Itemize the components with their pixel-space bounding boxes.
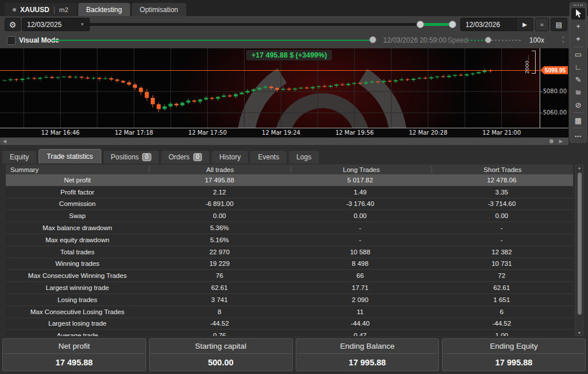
chart-h-scrollbar[interactable]: ◀ ▶ [0, 138, 568, 145]
card-value: 17 495.88 [3, 358, 146, 367]
table-row[interactable]: Max Consecutive Losing Trades8116 [6, 306, 573, 318]
time-axis[interactable]: ⋮ 12 Mar 16:4612 Mar 17:1812 Mar 17:5012… [0, 128, 568, 138]
value-cell: 0.00 [430, 212, 573, 219]
results-tab-bar: EquityTrade statisticsPositions0Orders0H… [2, 148, 586, 163]
tab-equity[interactable]: Equity [2, 151, 36, 163]
metric-label: Largest losing trade [6, 320, 149, 327]
crosshair-tool-icon[interactable]: + [571, 21, 585, 32]
table-row[interactable]: Winning trades19 2298 49810 731 [6, 258, 573, 270]
value-cell: -6 891.00 [149, 200, 290, 207]
table-row[interactable]: Profit factor2.121.493.35 [6, 186, 573, 199]
metric-label: Largest winning trade [6, 284, 149, 291]
grid-tool-icon[interactable]: ▦ [571, 115, 585, 126]
pointer-tool-icon[interactable] [571, 8, 585, 20]
tab-label: Trade statistics [47, 152, 93, 161]
play-button[interactable]: ▶ [516, 18, 533, 31]
value-cell: 2 090 [290, 296, 430, 303]
value-cell: 6 [430, 308, 573, 315]
polyline-tool-icon[interactable]: ∟ [571, 62, 585, 73]
playback-handle[interactable] [369, 36, 376, 43]
metric-label: Net profit [6, 177, 149, 184]
metric-label: Max Consecutive Winning Trades [6, 272, 149, 279]
tab-label: Logs [296, 153, 311, 161]
patterns-tool-icon[interactable]: ≋ [571, 86, 585, 98]
symbol-separator: | [54, 6, 55, 14]
report-button[interactable]: ▤ [551, 18, 567, 31]
table-row[interactable]: Max balance drawdown5.36%-- [6, 222, 573, 234]
scroll-right-icon[interactable]: ▶ [559, 139, 563, 144]
scroll-up-icon[interactable]: ▲ [576, 166, 583, 170]
count-badge: 0 [142, 153, 151, 161]
value-cell: 0.00 [149, 212, 290, 219]
price-tick-label: 5080.00 [543, 88, 567, 94]
start-date-value: 12/03/2025 [27, 21, 62, 29]
tab-events[interactable]: Events [250, 151, 287, 163]
card-value: 500.00 [150, 358, 292, 367]
price-axis[interactable]: 5099.95 5080.005060.00 [540, 48, 568, 128]
table-row[interactable]: Losing trades3 7412 0901 651 [6, 294, 573, 306]
summary-card-net-profit: Net profit17 495.88 [2, 338, 146, 371]
tab-label: History [219, 153, 240, 161]
table-row[interactable]: Max equity drawdown5.16%-- [6, 234, 573, 246]
table-row[interactable]: Largest losing trade-44.52-44.40-44.52 [6, 318, 573, 330]
value-cell: 5.36% [149, 224, 290, 231]
tab-trade-statistics[interactable]: Trade statistics [39, 149, 101, 163]
tool-divider [573, 112, 583, 113]
more-tools-icon[interactable]: ••• [571, 130, 585, 142]
table-row[interactable]: Commission-6 891.00-3 176.40-3 714.60 [6, 199, 573, 211]
metric-label: Max balance drawdown [6, 224, 149, 231]
value-cell: 3 741 [149, 296, 290, 303]
tab-backtesting[interactable]: Backtesting [78, 3, 130, 16]
settings-button[interactable]: ⚙ [5, 18, 21, 31]
speed-spinner[interactable]: ▲▼ [562, 35, 565, 45]
speed-track-right [491, 40, 521, 41]
scroll-thumb[interactable] [578, 173, 582, 315]
range-start-handle[interactable] [417, 21, 424, 28]
scroll-down-icon[interactable]: ▼ [576, 331, 583, 335]
table-row[interactable]: Largest winning trade62.6117.7162.61 [6, 282, 573, 294]
value-cell: 0.00 [290, 212, 430, 219]
tab-positions[interactable]: Positions0 [104, 151, 159, 163]
column-header: Long Trades [291, 166, 432, 173]
time-tick-label: 12 Mar 19:24 [262, 129, 300, 136]
results-panel: EquityTrade statisticsPositions0Orders0H… [0, 145, 588, 374]
table-row[interactable]: Swap0.000.000.00 [6, 210, 573, 222]
eraser-tool-icon[interactable]: ⊘ [571, 99, 585, 110]
value-cell: -44.52 [149, 320, 290, 327]
visual-mode-checkbox[interactable] [7, 36, 16, 45]
price-tick-label: 5060.00 [543, 109, 567, 116]
table-v-scrollbar[interactable]: ▲ ▼ [575, 165, 583, 336]
dot-crosshair-tool-icon[interactable]: ⌖ [571, 33, 585, 45]
time-tick-label: 12 Mar 19:56 [335, 129, 374, 136]
table-row[interactable]: Average trade0.760.471.00 [6, 330, 573, 336]
value-cell: 22 970 [149, 249, 290, 255]
tab-optimisation[interactable]: Optimisation [132, 3, 186, 16]
table-row[interactable]: Total trades22 97010 58812 382 [6, 246, 573, 258]
measure-label: 2000... [524, 51, 530, 74]
scroll-dot-icon[interactable] [549, 139, 553, 143]
current-price-line [0, 70, 540, 71]
tab-label: Equity [10, 153, 29, 161]
start-date-select[interactable]: 12/03/2025 ▼ [22, 18, 90, 31]
value-cell: - [430, 224, 573, 231]
table-row[interactable]: Net profit17 495.885 017.8212 478.06 [6, 174, 573, 186]
time-tick-label: 12 Mar 17:18 [114, 129, 153, 136]
scroll-left-icon[interactable]: ◀ [3, 139, 6, 144]
tab-history[interactable]: History [212, 151, 248, 163]
value-cell: 62.61 [149, 284, 290, 291]
column-header: Short Trades [432, 166, 573, 173]
chart-plot[interactable]: +17 495.88 $ (+3499%) 2000... [0, 48, 540, 128]
report-icon: ▤ [556, 21, 562, 29]
speed-handle[interactable] [485, 37, 491, 43]
rectangle-tool-icon[interactable]: ▭ [571, 49, 585, 60]
measure-annotation: 2000... [518, 51, 536, 74]
table-row[interactable]: Max Consecutive Winning Trades766672 [6, 270, 573, 282]
tab-orders[interactable]: Orders0 [161, 151, 209, 163]
stop-button[interactable]: ■ [535, 18, 549, 31]
sidebar-grip[interactable] [574, 5, 583, 6]
tab-instrument[interactable]: XAUUSD | m2 [5, 3, 77, 16]
draw-tool-icon[interactable]: ✎ [571, 74, 585, 86]
tab-logs[interactable]: Logs [289, 151, 319, 163]
range-end-handle[interactable] [449, 21, 456, 28]
date-range-slider[interactable] [84, 23, 455, 26]
